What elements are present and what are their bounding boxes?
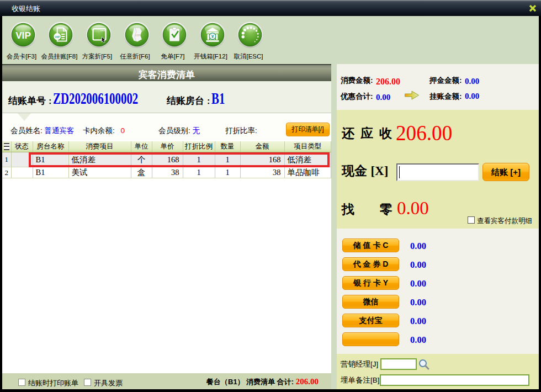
svg-text:VIP: VIP [135, 33, 140, 37]
svg-text:VIP: VIP [15, 30, 31, 41]
svg-text:VIP: VIP [55, 35, 60, 39]
svg-text:¥: ¥ [211, 34, 214, 39]
